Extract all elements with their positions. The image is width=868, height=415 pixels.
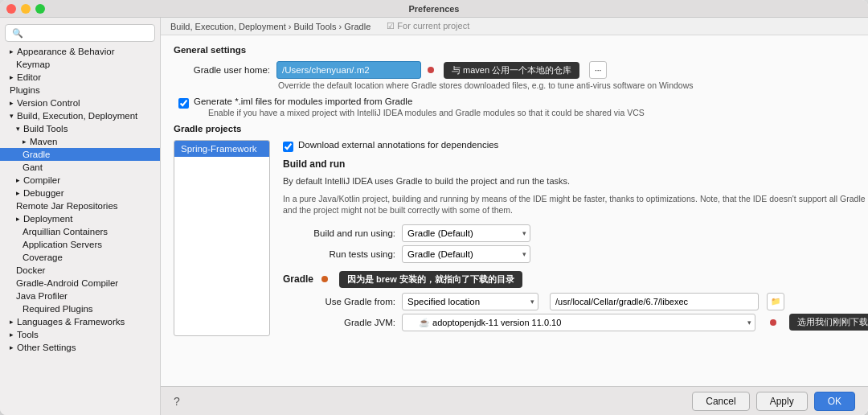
sidebar-item-version-control[interactable]: ▸ Version Control (0, 97, 160, 109)
gradle-jvm-select-wrap: ☕ adoptopenjdk-11 version 11.0.10 (402, 314, 755, 331)
projects-section: Spring-Framework Download external annot… (174, 140, 855, 336)
run-tests-label: Run tests using: (283, 249, 395, 259)
sidebar-item-debugger[interactable]: ▸ Debugger (0, 187, 160, 199)
build-run-title: Build and run (283, 158, 868, 170)
gradle-user-home-label: Gradle user home: (174, 65, 270, 75)
annotation-dot-2 (321, 276, 328, 282)
search-input[interactable] (5, 24, 155, 42)
override-text: Override the default location where Grad… (174, 80, 855, 90)
arrow-icon: ▸ (10, 343, 14, 351)
sidebar-item-plugins[interactable]: Plugins (0, 84, 160, 97)
gradle-jvm-select[interactable]: ☕ adoptopenjdk-11 version 11.0.10 (402, 314, 755, 331)
breadcrumb-path: Build, Execution, Deployment › Build Too… (170, 22, 371, 31)
use-gradle-select[interactable]: Specified location Gradle wrapper (402, 293, 538, 310)
browse-button-2[interactable]: 📁 (767, 293, 784, 310)
minimize-button[interactable] (21, 4, 31, 14)
sidebar-item-gradle-android[interactable]: Gradle-Android Compiler (0, 277, 160, 290)
sidebar-item-keymap[interactable]: Keymap (0, 58, 160, 71)
breadcrumb: Build, Execution, Deployment › Build Too… (161, 18, 868, 35)
sidebar-item-build-tools[interactable]: ▾ Build Tools (0, 122, 160, 135)
build-run-desc: By default IntelliJ IDEA uses Gradle to … (283, 175, 868, 188)
gradle-user-home-input[interactable] (276, 61, 421, 79)
run-tests-select-wrap: Gradle (Default) IntelliJ IDEA (402, 245, 530, 263)
annotation-bubble-3: 选用我们刚刚下载的 JDK (789, 314, 868, 331)
sidebar-item-editor[interactable]: ▸ Editor (0, 71, 160, 84)
annotation-bubble-2: 因为是 brew 安装的，就指向了下载的目录 (339, 271, 522, 288)
projects-list: Spring-Framework (174, 140, 270, 336)
sidebar-item-docker[interactable]: Docker (0, 264, 160, 277)
arrow-icon: ▾ (16, 125, 20, 133)
generate-iml-label: Generate *.iml files for modules importe… (194, 97, 645, 106)
sidebar-item-maven[interactable]: ▸ Maven (0, 135, 160, 148)
sidebar-item-other-settings[interactable]: ▸ Other Settings (0, 341, 160, 354)
sidebar-item-appearance[interactable]: ▸ Appearance & Behavior (0, 45, 160, 58)
ok-button[interactable]: OK (814, 392, 855, 411)
sidebar-item-required-plugins[interactable]: Required Plugins (0, 302, 160, 315)
arrow-icon: ▸ (10, 99, 14, 107)
gradle-path-input[interactable] (550, 293, 759, 310)
sidebar-item-gradle[interactable]: Gradle (0, 148, 160, 161)
gradle-section-header: Gradle 因为是 brew 安装的，就指向了下载的目录 (283, 271, 868, 288)
arrow-icon: ▸ (16, 215, 20, 223)
sidebar: ▸ Appearance & Behavior Keymap ▸ Editor … (0, 18, 161, 415)
browse-button-1[interactable]: ··· (589, 61, 607, 79)
sidebar-item-compiler[interactable]: ▸ Compiler (0, 174, 160, 187)
arrow-icon: ▸ (10, 47, 14, 55)
sidebar-item-lang-frameworks[interactable]: ▸ Languages & Frameworks (0, 315, 160, 328)
arrow-icon: ▸ (16, 189, 20, 197)
build-run-using-select[interactable]: Gradle (Default) IntelliJ IDEA (402, 224, 530, 242)
settings-content: General settings Gradle user home: 与 mav… (161, 35, 868, 386)
sidebar-item-coverage[interactable]: Coverage (0, 251, 160, 264)
arrow-icon: ▾ (10, 112, 14, 120)
generate-iml-row: Generate *.iml files for modules importe… (174, 97, 855, 117)
arrow-icon: ▸ (10, 73, 14, 81)
build-run-note: In a pure Java/Kotlin project, building … (283, 193, 868, 216)
gradle-projects-title: Gradle projects (174, 124, 855, 134)
gradle-user-home-row: Gradle user home: 与 maven 公用一个本地的仓库 ··· (174, 61, 855, 79)
window-title: Preferences (409, 4, 460, 14)
footer-buttons: Cancel Apply OK (692, 392, 855, 411)
use-gradle-from-row: Use Gradle from: Specified location Grad… (283, 293, 868, 310)
general-settings-title: General settings (174, 45, 855, 55)
gradle-jvm-label: Gradle JVM: (283, 318, 395, 327)
window-controls[interactable] (6, 4, 45, 14)
close-button[interactable] (6, 4, 16, 14)
download-annotations-label: Download external annotations for depend… (298, 140, 498, 150)
download-annotations-checkbox[interactable] (283, 142, 293, 152)
titlebar: Preferences (0, 0, 868, 18)
apply-button[interactable]: Apply (756, 392, 808, 411)
project-list-item[interactable]: Spring-Framework (174, 141, 269, 157)
generate-iml-checkbox[interactable] (178, 98, 189, 109)
annotation-dot-3 (770, 319, 776, 326)
help-button[interactable]: ? (174, 395, 180, 408)
gradle-jvm-row: Gradle JVM: ☕ adoptopenjdk-11 version 11… (283, 314, 868, 331)
cancel-button[interactable]: Cancel (692, 392, 749, 411)
annotation-dot-1 (428, 67, 434, 73)
breadcrumb-note: ☑ For current project (387, 21, 469, 31)
sidebar-item-build-exec[interactable]: ▾ Build, Execution, Deployment (0, 109, 160, 122)
annotation-bubble-1: 与 maven 公用一个本地的仓库 (444, 62, 579, 79)
footer: ? Cancel Apply OK (161, 386, 868, 415)
sidebar-item-app-servers[interactable]: Application Servers (0, 238, 160, 251)
arrow-icon: ▸ (16, 176, 20, 184)
build-run-using-label: Build and run using: (283, 228, 395, 238)
sidebar-item-deployment[interactable]: ▸ Deployment (0, 212, 160, 225)
build-run-using-row: Build and run using: Gradle (Default) In… (283, 224, 868, 242)
arrow-icon: ▸ (10, 318, 14, 326)
use-gradle-from-label: Use Gradle from: (283, 297, 395, 306)
download-annotations-row: Download external annotations for depend… (283, 140, 868, 152)
run-tests-select[interactable]: Gradle (Default) IntelliJ IDEA (402, 245, 530, 263)
build-run-select-wrap: Gradle (Default) IntelliJ IDEA (402, 224, 530, 242)
sidebar-item-java-profiler[interactable]: Java Profiler (0, 290, 160, 302)
sidebar-item-arquillian[interactable]: Arquillian Containers (0, 225, 160, 238)
projects-detail: Download external annotations for depend… (270, 140, 868, 336)
arrow-icon: ▸ (23, 138, 27, 146)
sidebar-item-remote-jar[interactable]: Remote Jar Repositories (0, 199, 160, 212)
generate-iml-sub: Enable if you have a mixed project with … (208, 108, 645, 117)
sidebar-item-tools[interactable]: ▸ Tools (0, 328, 160, 341)
use-gradle-select-wrap: Specified location Gradle wrapper (402, 293, 538, 310)
run-tests-row: Run tests using: Gradle (Default) Intell… (283, 245, 868, 263)
main-panel: Build, Execution, Deployment › Build Too… (161, 18, 868, 415)
sidebar-item-gant[interactable]: Gant (0, 161, 160, 174)
maximize-button[interactable] (35, 4, 45, 14)
